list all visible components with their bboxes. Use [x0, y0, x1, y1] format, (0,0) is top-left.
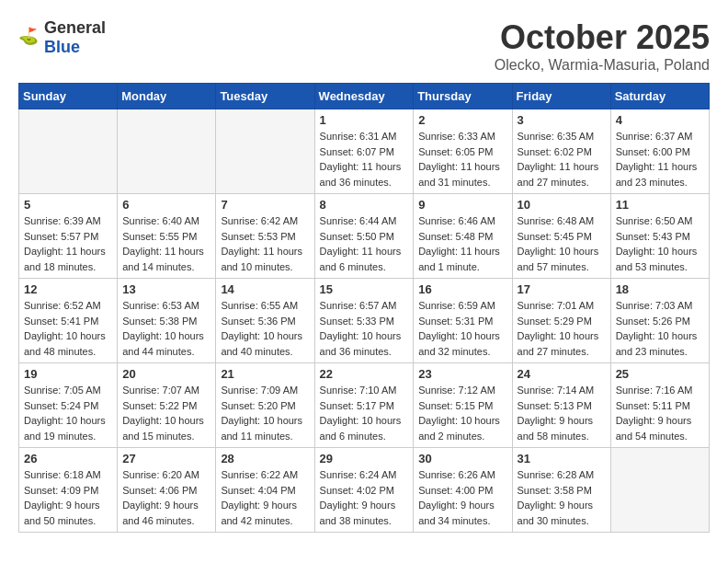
day-number: 6 — [122, 198, 210, 212]
calendar-cell: 25Sunrise: 7:16 AM Sunset: 5:11 PM Dayli… — [610, 363, 709, 448]
day-info: Sunrise: 6:55 AM Sunset: 5:36 PM Dayligh… — [221, 298, 309, 359]
calendar-cell: 29Sunrise: 6:24 AM Sunset: 4:02 PM Dayli… — [314, 448, 414, 533]
header-sunday: Sunday — [19, 84, 118, 109]
calendar-cell: 31Sunrise: 6:28 AM Sunset: 3:58 PM Dayli… — [512, 448, 610, 533]
day-info: Sunrise: 6:24 AM Sunset: 4:02 PM Dayligh… — [320, 467, 409, 528]
day-number: 7 — [221, 198, 309, 212]
day-info: Sunrise: 6:37 AM Sunset: 6:00 PM Dayligh… — [616, 129, 704, 190]
day-info: Sunrise: 6:31 AM Sunset: 6:07 PM Dayligh… — [320, 129, 409, 190]
calendar-cell: 28Sunrise: 6:22 AM Sunset: 4:04 PM Dayli… — [216, 448, 314, 533]
day-number: 27 — [122, 452, 210, 465]
calendar-cell: 23Sunrise: 7:12 AM Sunset: 5:15 PM Dayli… — [414, 363, 512, 448]
header-row: Sunday Monday Tuesday Wednesday Thursday… — [19, 84, 710, 109]
calendar-cell: 26Sunrise: 6:18 AM Sunset: 4:09 PM Dayli… — [19, 448, 118, 533]
calendar-cell: 24Sunrise: 7:14 AM Sunset: 5:13 PM Dayli… — [512, 363, 610, 448]
day-info: Sunrise: 6:44 AM Sunset: 5:50 PM Dayligh… — [320, 213, 409, 274]
day-number: 19 — [24, 367, 112, 381]
day-info: Sunrise: 6:35 AM Sunset: 6:02 PM Dayligh… — [518, 129, 606, 190]
header-saturday: Saturday — [610, 84, 709, 109]
calendar-cell: 7Sunrise: 6:42 AM Sunset: 5:53 PM Daylig… — [216, 194, 314, 279]
calendar-cell — [118, 109, 216, 194]
day-info: Sunrise: 6:48 AM Sunset: 5:45 PM Dayligh… — [518, 213, 606, 274]
calendar-cell: 5Sunrise: 6:39 AM Sunset: 5:57 PM Daylig… — [19, 194, 118, 279]
day-number: 28 — [221, 452, 309, 465]
day-number: 18 — [616, 282, 704, 296]
week-row-4: 19Sunrise: 7:05 AM Sunset: 5:24 PM Dayli… — [19, 363, 710, 448]
calendar-cell: 16Sunrise: 6:59 AM Sunset: 5:31 PM Dayli… — [414, 279, 512, 363]
calendar-cell — [610, 448, 709, 533]
calendar-cell: 12Sunrise: 6:52 AM Sunset: 5:41 PM Dayli… — [19, 279, 118, 363]
day-info: Sunrise: 7:12 AM Sunset: 5:15 PM Dayligh… — [418, 383, 506, 443]
day-info: Sunrise: 6:39 AM Sunset: 5:57 PM Dayligh… — [24, 213, 112, 274]
day-info: Sunrise: 6:59 AM Sunset: 5:31 PM Dayligh… — [418, 298, 506, 359]
svg-text:⛳: ⛳ — [18, 27, 39, 46]
day-number: 16 — [418, 282, 506, 296]
header: ⛳ General Blue October 2025 Olecko, Warm… — [18, 18, 710, 74]
week-row-3: 12Sunrise: 6:52 AM Sunset: 5:41 PM Dayli… — [19, 279, 710, 363]
week-row-2: 5Sunrise: 6:39 AM Sunset: 5:57 PM Daylig… — [19, 194, 710, 279]
day-info: Sunrise: 7:10 AM Sunset: 5:17 PM Dayligh… — [320, 383, 409, 443]
header-friday: Friday — [512, 84, 610, 109]
day-number: 29 — [320, 452, 409, 465]
day-number: 11 — [616, 198, 704, 212]
logo: ⛳ General Blue — [18, 18, 106, 57]
calendar-cell: 10Sunrise: 6:48 AM Sunset: 5:45 PM Dayli… — [512, 194, 610, 279]
header-tuesday: Tuesday — [216, 84, 314, 109]
calendar-cell: 3Sunrise: 6:35 AM Sunset: 6:02 PM Daylig… — [512, 109, 610, 194]
day-number: 13 — [122, 282, 210, 296]
day-number: 1 — [320, 113, 409, 127]
calendar-title: October 2025 — [495, 18, 710, 57]
day-info: Sunrise: 6:33 AM Sunset: 6:05 PM Dayligh… — [418, 129, 506, 190]
calendar-cell: 17Sunrise: 7:01 AM Sunset: 5:29 PM Dayli… — [512, 279, 610, 363]
day-info: Sunrise: 6:40 AM Sunset: 5:55 PM Dayligh… — [122, 213, 210, 274]
calendar-table: Sunday Monday Tuesday Wednesday Thursday… — [18, 83, 710, 533]
calendar-cell: 11Sunrise: 6:50 AM Sunset: 5:43 PM Dayli… — [610, 194, 709, 279]
day-info: Sunrise: 6:50 AM Sunset: 5:43 PM Dayligh… — [616, 213, 704, 274]
day-number: 25 — [616, 367, 704, 381]
day-number: 31 — [518, 452, 606, 465]
calendar-cell: 15Sunrise: 6:57 AM Sunset: 5:33 PM Dayli… — [314, 279, 414, 363]
day-info: Sunrise: 6:28 AM Sunset: 3:58 PM Dayligh… — [518, 467, 606, 528]
calendar-cell: 22Sunrise: 7:10 AM Sunset: 5:17 PM Dayli… — [314, 363, 414, 448]
day-info: Sunrise: 6:42 AM Sunset: 5:53 PM Dayligh… — [221, 213, 309, 274]
calendar-cell: 1Sunrise: 6:31 AM Sunset: 6:07 PM Daylig… — [314, 109, 414, 194]
day-number: 15 — [320, 282, 409, 296]
day-info: Sunrise: 7:16 AM Sunset: 5:11 PM Dayligh… — [616, 383, 704, 443]
header-monday: Monday — [118, 84, 216, 109]
calendar-cell: 14Sunrise: 6:55 AM Sunset: 5:36 PM Dayli… — [216, 279, 314, 363]
header-thursday: Thursday — [414, 84, 512, 109]
calendar-cell: 6Sunrise: 6:40 AM Sunset: 5:55 PM Daylig… — [118, 194, 216, 279]
week-row-5: 26Sunrise: 6:18 AM Sunset: 4:09 PM Dayli… — [19, 448, 710, 533]
calendar-cell: 20Sunrise: 7:07 AM Sunset: 5:22 PM Dayli… — [118, 363, 216, 448]
title-area: October 2025 Olecko, Warmia-Masuria, Pol… — [495, 18, 710, 74]
calendar-cell: 27Sunrise: 6:20 AM Sunset: 4:06 PM Dayli… — [118, 448, 216, 533]
day-info: Sunrise: 6:57 AM Sunset: 5:33 PM Dayligh… — [320, 298, 409, 359]
day-info: Sunrise: 7:03 AM Sunset: 5:26 PM Dayligh… — [616, 298, 704, 359]
day-number: 10 — [518, 198, 606, 212]
day-number: 12 — [24, 282, 112, 296]
day-info: Sunrise: 7:09 AM Sunset: 5:20 PM Dayligh… — [221, 383, 309, 443]
calendar-cell: 30Sunrise: 6:26 AM Sunset: 4:00 PM Dayli… — [414, 448, 512, 533]
day-number: 4 — [616, 113, 704, 127]
calendar-cell — [216, 109, 314, 194]
calendar-cell: 9Sunrise: 6:46 AM Sunset: 5:48 PM Daylig… — [414, 194, 512, 279]
logo-icon: ⛳ — [18, 27, 40, 49]
day-number: 8 — [320, 198, 409, 212]
day-info: Sunrise: 7:05 AM Sunset: 5:24 PM Dayligh… — [24, 383, 112, 443]
day-number: 26 — [24, 452, 112, 465]
day-info: Sunrise: 6:22 AM Sunset: 4:04 PM Dayligh… — [221, 467, 309, 528]
day-number: 9 — [418, 198, 506, 212]
day-info: Sunrise: 7:01 AM Sunset: 5:29 PM Dayligh… — [518, 298, 606, 359]
day-number: 22 — [320, 367, 409, 381]
day-number: 17 — [518, 282, 606, 296]
calendar-cell: 19Sunrise: 7:05 AM Sunset: 5:24 PM Dayli… — [19, 363, 118, 448]
calendar-subtitle: Olecko, Warmia-Masuria, Poland — [495, 57, 710, 74]
calendar-cell — [19, 109, 118, 194]
day-info: Sunrise: 6:20 AM Sunset: 4:06 PM Dayligh… — [122, 467, 210, 528]
week-row-1: 1Sunrise: 6:31 AM Sunset: 6:07 PM Daylig… — [19, 109, 710, 194]
day-info: Sunrise: 7:07 AM Sunset: 5:22 PM Dayligh… — [122, 383, 210, 443]
calendar-cell: 8Sunrise: 6:44 AM Sunset: 5:50 PM Daylig… — [314, 194, 414, 279]
day-number: 2 — [418, 113, 506, 127]
day-info: Sunrise: 6:18 AM Sunset: 4:09 PM Dayligh… — [24, 467, 112, 528]
day-number: 14 — [221, 282, 309, 296]
